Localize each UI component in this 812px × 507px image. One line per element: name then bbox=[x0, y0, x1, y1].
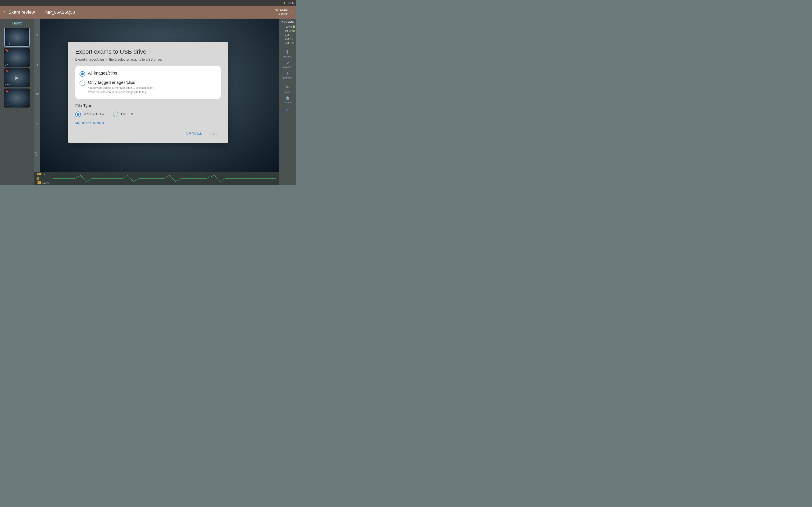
file-jpeg-label: JPEG/H.264 bbox=[83, 112, 104, 116]
radio-all-circle[interactable] bbox=[80, 71, 85, 77]
modal-backdrop: Export exams to USB drive Export images/… bbox=[0, 0, 296, 185]
radio-tagged-label: Only tagged images/clips bbox=[88, 80, 154, 85]
radio-jpeg-circle[interactable] bbox=[75, 112, 81, 117]
more-options-button[interactable]: MORE OPTIONS ▶ bbox=[75, 121, 221, 124]
more-options-label: MORE OPTIONS bbox=[75, 121, 101, 124]
modal-actions: CANCEL OK bbox=[75, 129, 221, 137]
file-dicom-label: DICOM bbox=[121, 112, 134, 116]
ok-button[interactable]: OK bbox=[210, 129, 221, 137]
file-option-jpeg[interactable]: JPEG/H.264 bbox=[75, 111, 104, 117]
radio-options-card: All images/clips Only tagged images/clip… bbox=[75, 66, 221, 99]
radio-option-tagged[interactable]: Only tagged images/clips You haven't tag… bbox=[80, 78, 216, 96]
radio-tagged-circle[interactable] bbox=[80, 80, 85, 86]
export-dialog: Export exams to USB drive Export images/… bbox=[68, 42, 229, 143]
more-options-arrow-icon: ▶ bbox=[103, 121, 105, 124]
modal-title: Export exams to USB drive bbox=[75, 48, 221, 55]
radio-dicom-circle[interactable] bbox=[113, 112, 118, 117]
radio-all-label: All images/clips bbox=[88, 71, 117, 76]
radio-tagged-sublabel: You haven't tagged any image/clip in 1 s… bbox=[88, 86, 154, 94]
cancel-button[interactable]: CANCEL bbox=[183, 129, 205, 137]
file-type-label: File Type bbox=[75, 103, 221, 108]
radio-option-all[interactable]: All images/clips bbox=[80, 69, 216, 78]
file-option-dicom[interactable]: DICOM bbox=[113, 111, 134, 117]
file-type-row: JPEG/H.264 DICOM bbox=[75, 111, 221, 117]
modal-description: Export images/clips in the 2 selected ex… bbox=[75, 58, 221, 61]
